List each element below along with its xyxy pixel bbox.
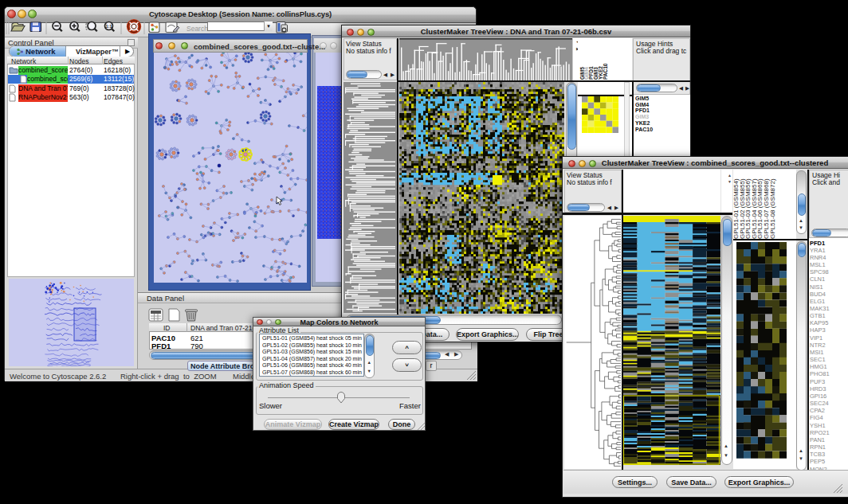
svg-text:1:1: 1:1 bbox=[106, 24, 112, 29]
svg-text:PAC10: PAC10 bbox=[603, 63, 608, 80]
svg-text:GPL51-08 (GSM872): GPL51-08 (GSM872) bbox=[769, 178, 776, 239]
